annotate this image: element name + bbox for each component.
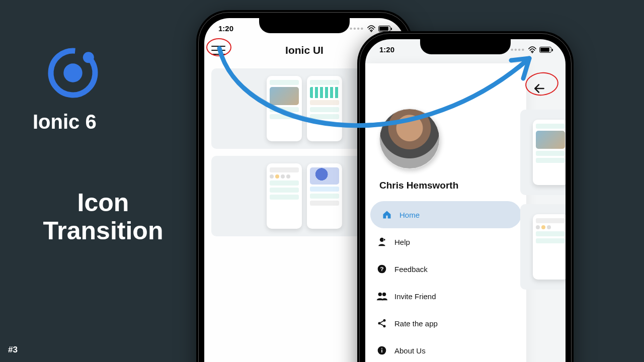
menu-item-label: Help xyxy=(394,238,410,246)
feedback-icon: ? xyxy=(376,263,387,275)
back-arrow-button[interactable] xyxy=(528,77,550,100)
menu-item-label: Invite Friend xyxy=(394,292,436,301)
wifi-icon xyxy=(528,46,536,53)
menu-item-invite[interactable]: Invite Friend xyxy=(365,283,526,310)
phone-mockup-right: 1:20 •••• Chris Hemsworth Home xyxy=(357,31,574,362)
share-icon xyxy=(376,318,387,329)
svg-point-1 xyxy=(63,63,82,82)
phone-notch xyxy=(259,18,350,33)
menu-list: Home Help ? Feedback Invite Friend Rate … xyxy=(365,201,526,362)
svg-point-6 xyxy=(383,239,385,241)
menu-item-label: About Us xyxy=(394,346,426,355)
svg-point-13 xyxy=(383,325,386,327)
svg-point-9 xyxy=(378,293,382,296)
svg-point-12 xyxy=(378,322,381,325)
thumbnail-text-panel: Ionic 6 Icon Transition xyxy=(23,45,184,245)
info-icon xyxy=(376,345,387,356)
svg-point-4 xyxy=(532,52,533,53)
phone-notch xyxy=(420,39,511,54)
svg-point-3 xyxy=(371,31,372,32)
menu-item-label: Feedback xyxy=(394,265,428,274)
ui-preview-card xyxy=(520,110,566,195)
status-time: 1:20 xyxy=(218,24,233,33)
battery-icon xyxy=(378,26,390,32)
signal-dots-icon: •••• xyxy=(350,24,364,33)
help-icon xyxy=(376,236,387,247)
menu-item-home[interactable]: Home xyxy=(370,201,521,228)
menu-item-label: Home xyxy=(399,211,420,219)
menu-item-label: Rate the app xyxy=(394,319,438,328)
menu-item-feedback[interactable]: ? Feedback xyxy=(365,255,526,283)
menu-item-about[interactable]: About Us xyxy=(365,337,526,362)
svg-rect-15 xyxy=(381,349,382,352)
brand-label: Ionic 6 xyxy=(33,111,184,133)
user-name-label: Chris Hemsworth xyxy=(379,180,526,191)
status-time: 1:20 xyxy=(379,45,394,54)
battery-icon xyxy=(539,47,551,53)
arrow-left-icon xyxy=(533,82,546,95)
signal-dots-icon: •••• xyxy=(511,45,525,54)
svg-point-2 xyxy=(83,52,94,63)
home-icon xyxy=(381,209,392,220)
side-menu-panel: Chris Hemsworth Home Help ? Feedback Inv… xyxy=(365,63,526,362)
avatar[interactable] xyxy=(379,109,440,169)
invite-friend-icon xyxy=(376,291,387,302)
episode-number: #3 xyxy=(8,345,18,355)
svg-point-11 xyxy=(383,319,386,322)
menu-item-help[interactable]: Help xyxy=(365,228,526,255)
svg-text:?: ? xyxy=(380,265,383,272)
ionic-logo-icon xyxy=(45,45,101,101)
thumbnail-title: Icon Transition xyxy=(23,189,184,245)
ui-preview-card xyxy=(520,204,566,290)
svg-point-10 xyxy=(382,293,386,296)
svg-rect-16 xyxy=(381,348,382,349)
background-card-strip xyxy=(520,110,566,290)
menu-item-rate[interactable]: Rate the app xyxy=(365,310,526,337)
wifi-icon xyxy=(367,25,375,32)
